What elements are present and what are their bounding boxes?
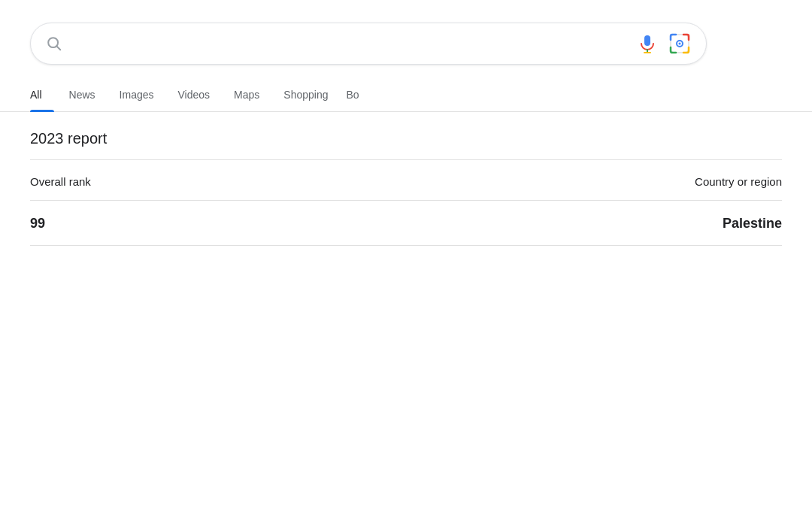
report-year-label: 2023 report <box>30 130 782 147</box>
tab-shopping[interactable]: Shopping <box>271 80 340 111</box>
tab-all[interactable]: All <box>30 80 54 111</box>
country-value: Palestine <box>723 216 782 232</box>
svg-point-7 <box>679 43 681 45</box>
table-header: Overall rank Country or region <box>30 160 782 200</box>
search-icons-right <box>637 32 691 55</box>
lens-icon[interactable] <box>668 32 691 55</box>
svg-line-1 <box>56 46 60 50</box>
divider-3 <box>30 245 782 246</box>
tabs-bar: All News Images Videos Maps Shopping Bo <box>0 80 812 112</box>
rank-value: 99 <box>30 216 45 232</box>
table-data-row: 99 Palestine <box>30 201 782 245</box>
search-bar: happiness ranking Palestine <box>30 23 707 65</box>
svg-rect-2 <box>644 35 650 46</box>
tab-images[interactable]: Images <box>108 80 166 111</box>
tab-news[interactable]: News <box>57 80 108 111</box>
content-area: 2023 report Overall rank Country or regi… <box>0 112 812 246</box>
mic-icon[interactable] <box>637 33 658 54</box>
col-header-rank: Overall rank <box>30 175 91 188</box>
col-header-country: Country or region <box>695 175 782 188</box>
search-bar-container: happiness ranking Palestine <box>0 0 812 80</box>
tab-more-partial[interactable]: Bo <box>340 80 365 111</box>
search-input[interactable]: happiness ranking Palestine <box>74 35 625 53</box>
tab-videos[interactable]: Videos <box>166 80 223 111</box>
search-icon <box>46 35 62 52</box>
tab-maps[interactable]: Maps <box>222 80 271 111</box>
